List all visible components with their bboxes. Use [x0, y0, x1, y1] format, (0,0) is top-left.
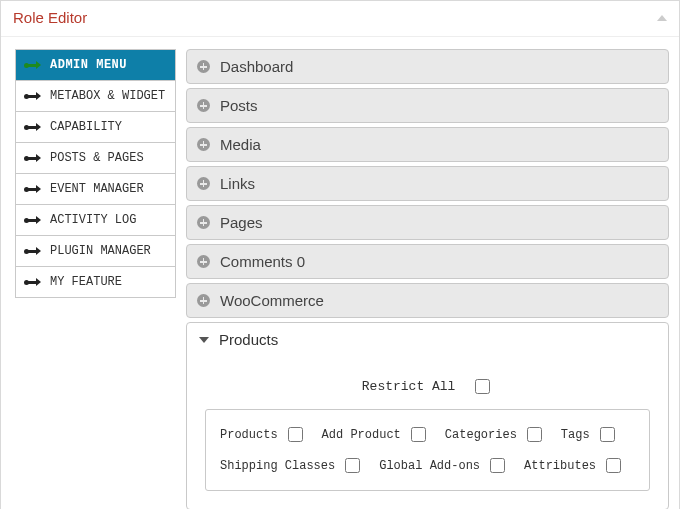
permission-label: Attributes: [524, 459, 596, 473]
permission-label: Global Add-ons: [379, 459, 480, 473]
sidebar-item-event-manager[interactable]: EVENT MANAGER: [16, 174, 175, 205]
restrict-all-checkbox[interactable]: [475, 379, 490, 394]
accordion-item-dashboard[interactable]: Dashboard: [186, 49, 669, 84]
accordion-item-label: Media: [220, 136, 261, 153]
sidebar-item-plugin-manager[interactable]: PLUGIN MANAGER: [16, 236, 175, 267]
arrow-right-icon: [24, 214, 42, 226]
permission-shipping-classes-checkbox[interactable]: [345, 458, 360, 473]
permission-label: Products: [220, 428, 278, 442]
permission-categories: Categories: [445, 424, 545, 445]
permissions-box: Products Add Product Categories: [205, 409, 650, 491]
accordion-item-label: Dashboard: [220, 58, 293, 75]
expand-icon: [197, 138, 210, 151]
collapse-icon: [199, 337, 209, 343]
accordion-item-label: Comments 0: [220, 253, 305, 270]
permission-attributes: Attributes: [524, 455, 624, 476]
accordion-item-products-body: Restrict All Products Add Product: [187, 356, 668, 509]
sidebar-item-admin-menu[interactable]: ADMIN MENU: [16, 50, 175, 81]
sidebar-item-label: MY FEATURE: [50, 274, 122, 290]
sidebar-item-label: METABOX & WIDGET: [50, 88, 165, 104]
expand-icon: [197, 294, 210, 307]
sidebar-item-label: POSTS & PAGES: [50, 150, 144, 166]
accordion-item-comments[interactable]: Comments 0: [186, 244, 669, 279]
sidebar-item-label: CAPABILITY: [50, 119, 122, 135]
sidebar: ADMIN MENU METABOX & WIDGET CAPABILITY P…: [15, 49, 176, 298]
arrow-right-icon: [24, 59, 42, 71]
permission-products-checkbox[interactable]: [288, 427, 303, 442]
permission-label: Tags: [561, 428, 590, 442]
permission-tags: Tags: [561, 424, 618, 445]
permission-categories-checkbox[interactable]: [527, 427, 542, 442]
expand-icon: [197, 99, 210, 112]
sidebar-item-activity-log[interactable]: ACTIVITY LOG: [16, 205, 175, 236]
expand-icon: [197, 255, 210, 268]
sidebar-item-label: ADMIN MENU: [50, 57, 127, 73]
accordion-item-products-header[interactable]: Products: [187, 323, 668, 356]
arrow-right-icon: [24, 121, 42, 133]
accordion-item-label: Links: [220, 175, 255, 192]
sidebar-item-label: EVENT MANAGER: [50, 181, 144, 197]
accordion-item-label: Posts: [220, 97, 258, 114]
sidebar-item-label: ACTIVITY LOG: [50, 212, 136, 228]
permission-global-addons-checkbox[interactable]: [490, 458, 505, 473]
expand-icon: [197, 177, 210, 190]
permission-label: Categories: [445, 428, 517, 442]
arrow-right-icon: [24, 245, 42, 257]
permission-global-addons: Global Add-ons: [379, 455, 508, 476]
accordion-item-products: Products Restrict All Products: [186, 322, 669, 509]
collapse-caret-icon[interactable]: [657, 15, 667, 21]
arrow-right-icon: [24, 152, 42, 164]
permission-attributes-checkbox[interactable]: [606, 458, 621, 473]
accordion: Dashboard Posts Media Links Pages Commen…: [186, 49, 669, 509]
arrow-right-icon: [24, 90, 42, 102]
permission-label: Add Product: [322, 428, 401, 442]
permission-add-product-checkbox[interactable]: [411, 427, 426, 442]
permission-shipping-classes: Shipping Classes: [220, 455, 363, 476]
permission-label: Shipping Classes: [220, 459, 335, 473]
accordion-item-woocommerce[interactable]: WooCommerce: [186, 283, 669, 318]
permission-tags-checkbox[interactable]: [600, 427, 615, 442]
sidebar-item-capability[interactable]: CAPABILITY: [16, 112, 175, 143]
permission-add-product: Add Product: [322, 424, 429, 445]
accordion-item-pages[interactable]: Pages: [186, 205, 669, 240]
accordion-item-links[interactable]: Links: [186, 166, 669, 201]
arrow-right-icon: [24, 183, 42, 195]
restrict-all-row: Restrict All: [205, 370, 650, 409]
arrow-right-icon: [24, 276, 42, 288]
accordion-item-label: Products: [219, 331, 278, 348]
role-editor-panel: Role Editor ADMIN MENU METABOX & WIDGET …: [0, 0, 680, 509]
accordion-item-posts[interactable]: Posts: [186, 88, 669, 123]
expand-icon: [197, 216, 210, 229]
expand-icon: [197, 60, 210, 73]
sidebar-item-my-feature[interactable]: MY FEATURE: [16, 267, 175, 298]
sidebar-item-label: PLUGIN MANAGER: [50, 243, 151, 259]
accordion-item-media[interactable]: Media: [186, 127, 669, 162]
panel-header: Role Editor: [1, 1, 679, 37]
page-title: Role Editor: [13, 9, 87, 26]
sidebar-item-posts-pages[interactable]: POSTS & PAGES: [16, 143, 175, 174]
accordion-item-label: WooCommerce: [220, 292, 324, 309]
restrict-all-label: Restrict All: [362, 379, 456, 394]
accordion-item-label: Pages: [220, 214, 263, 231]
permission-products: Products: [220, 424, 306, 445]
sidebar-item-metabox-widget[interactable]: METABOX & WIDGET: [16, 81, 175, 112]
